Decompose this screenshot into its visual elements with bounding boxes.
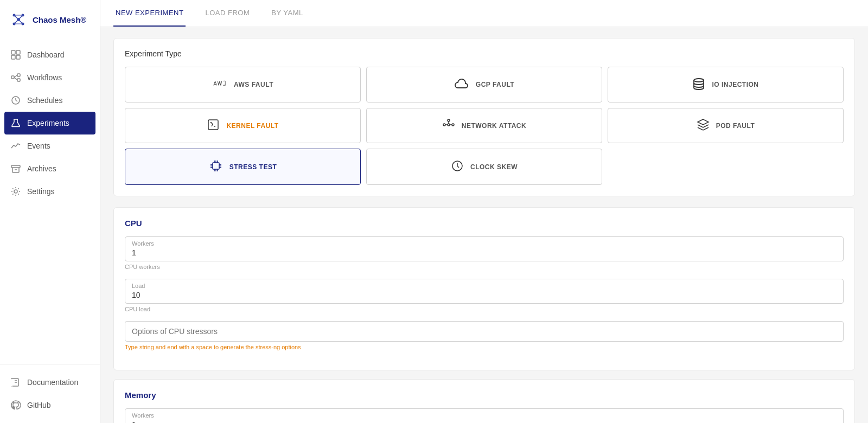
svg-rect-17 (17, 79, 20, 81)
logo-icon (9, 10, 28, 29)
sidebar-item-workflows[interactable]: Workflows (0, 66, 100, 89)
svg-rect-16 (17, 74, 20, 76)
sidebar-item-documentation[interactable]: Documentation (0, 371, 100, 394)
svg-line-5 (14, 15, 18, 20)
svg-point-31 (211, 123, 212, 123)
type-label: AWS FAULT (234, 81, 273, 88)
memory-workers-group: Workers Memory workers (125, 408, 844, 423)
chip-icon (209, 159, 223, 175)
type-btn-pod-fault[interactable]: POD FAULT (608, 108, 844, 143)
content-area: Experiment Type AWS FAULT (100, 27, 868, 423)
cpu-workers-hint: CPU workers (125, 264, 844, 270)
experiment-type-grid: AWS FAULT GCP FAULT (125, 67, 844, 185)
tab-new-experiment[interactable]: NEW EXPERIMENT (113, 0, 186, 27)
svg-rect-39 (213, 163, 219, 169)
type-label: KERNEL FAULT (226, 122, 278, 130)
svg-point-26 (14, 190, 17, 193)
cpu-load-wrapper: Load (125, 279, 844, 304)
cpu-load-group: Load CPU load (125, 279, 844, 312)
app-name: Chaos Mesh® (33, 15, 86, 24)
cpu-load-hint: CPU load (125, 306, 844, 312)
type-btn-clock-skew[interactable]: CLOCK SKEW (366, 149, 602, 185)
sidebar-item-label: Dashboard (27, 50, 65, 59)
type-label: IO INJECTION (712, 81, 758, 88)
book-icon (11, 377, 21, 387)
sidebar-item-label: Schedules (27, 96, 62, 105)
grid-icon (11, 50, 21, 60)
memory-section: Memory Workers Memory workers Size Memor… (113, 379, 855, 423)
tab-by-yaml[interactable]: BY YAML (269, 0, 305, 27)
sidebar-item-label: GitHub (27, 401, 51, 409)
type-label: POD FAULT (716, 122, 755, 130)
experiment-type-card: Experiment Type AWS FAULT (113, 38, 855, 196)
type-btn-stress-test[interactable]: STRESS TEST (125, 149, 361, 185)
sidebar-item-label: Workflows (27, 73, 62, 82)
flask-icon (11, 118, 21, 128)
cpu-heading: CPU (125, 219, 844, 228)
logo: Chaos Mesh® (0, 0, 100, 39)
cpu-load-input[interactable] (132, 291, 837, 299)
network-icon (442, 118, 455, 133)
github-icon (11, 400, 21, 410)
memory-workers-label: Workers (132, 412, 837, 419)
db-icon (692, 78, 705, 92)
clock-icon (11, 95, 21, 105)
svg-line-19 (14, 78, 17, 80)
svg-line-18 (14, 75, 17, 78)
type-btn-kernel-fault[interactable]: KERNEL FAULT (125, 108, 361, 143)
cube-icon (697, 118, 710, 133)
sidebar-item-label: Experiments (27, 119, 69, 127)
sidebar-item-archives[interactable]: Archives (0, 157, 100, 180)
memory-heading: Memory (125, 390, 844, 400)
sidebar-item-label: Settings (27, 187, 55, 196)
memory-workers-wrapper: Workers (125, 408, 844, 423)
sidebar-item-settings[interactable]: Settings (0, 180, 100, 203)
sidebar: Chaos Mesh® Dashboard Workflows (0, 0, 100, 423)
sidebar-item-experiments[interactable]: Experiments (4, 112, 95, 134)
sidebar-item-dashboard[interactable]: Dashboard (0, 43, 100, 66)
archive-icon (11, 164, 21, 174)
sidebar-item-label: Archives (27, 164, 56, 173)
memory-workers-input[interactable] (132, 420, 837, 423)
svg-rect-15 (11, 76, 14, 79)
svg-line-22 (16, 100, 17, 101)
type-btn-aws-fault[interactable]: AWS FAULT (125, 67, 361, 102)
svg-point-35 (448, 119, 450, 121)
sidebar-item-events[interactable]: Events (0, 134, 100, 157)
svg-line-8 (18, 20, 23, 24)
sidebar-item-schedules[interactable]: Schedules (0, 89, 100, 112)
cpu-options-hint: Type string and end with a space to gene… (125, 344, 844, 350)
cpu-options-input[interactable] (125, 321, 844, 342)
svg-point-29 (694, 79, 704, 82)
sidebar-item-label: Events (27, 142, 50, 150)
tab-load-from[interactable]: LOAD FROM (203, 0, 252, 27)
svg-point-34 (452, 124, 454, 126)
timer-icon (451, 159, 464, 174)
type-btn-io-injection[interactable]: IO INJECTION (608, 67, 844, 102)
cloud-icon (454, 78, 469, 92)
sidebar-item-label: Documentation (27, 378, 78, 387)
svg-rect-30 (208, 120, 218, 130)
svg-rect-13 (11, 55, 15, 59)
cpu-options-group: Type string and end with a space to gene… (125, 321, 844, 350)
svg-point-32 (448, 124, 450, 126)
cpu-workers-label: Workers (132, 240, 837, 247)
gear-icon (11, 187, 21, 196)
cpu-section: CPU Workers CPU workers Load CPU load Ty… (113, 207, 855, 370)
experiment-type-title: Experiment Type (125, 49, 844, 58)
svg-rect-24 (11, 165, 20, 168)
aws-icon (212, 77, 227, 92)
main-content: NEW EXPERIMENT LOAD FROM BY YAML Experim… (100, 0, 868, 423)
type-btn-network-attack[interactable]: NETWORK ATTACK (366, 108, 602, 143)
cpu-workers-wrapper: Workers (125, 236, 844, 261)
sidebar-nav: Dashboard Workflows Schedules (0, 39, 100, 364)
cpu-workers-group: Workers CPU workers (125, 236, 844, 270)
workflow-icon (11, 73, 21, 82)
linux-icon (207, 118, 220, 133)
type-label: STRESS TEST (229, 163, 277, 171)
type-btn-gcp-fault[interactable]: GCP FAULT (366, 67, 602, 102)
svg-rect-11 (11, 50, 15, 54)
sidebar-item-github[interactable]: GitHub (0, 394, 100, 416)
cpu-workers-input[interactable] (132, 248, 837, 257)
cpu-load-label: Load (132, 283, 837, 289)
